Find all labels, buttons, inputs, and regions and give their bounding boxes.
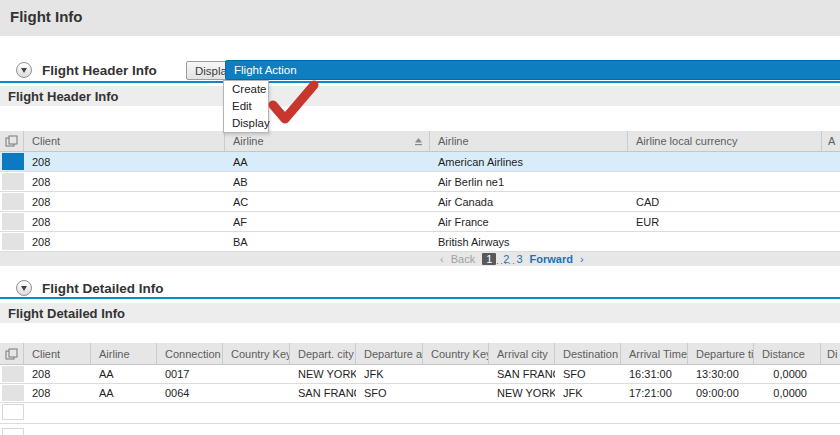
- column-header-distance[interactable]: Distance: [754, 343, 821, 364]
- cell-client: 208: [24, 212, 225, 231]
- chevron-down-icon: [21, 286, 27, 291]
- cell-distance: 0,0000: [754, 384, 821, 402]
- cell-client: 208: [24, 152, 225, 171]
- cell-country-key-arr: [423, 384, 489, 402]
- cell-currency: [628, 152, 822, 171]
- cell-arrival-city: SAN FRANC...: [489, 365, 555, 383]
- column-header-airline[interactable]: Airline: [91, 343, 157, 364]
- cell-currency: EUR: [628, 212, 822, 231]
- table-row[interactable]: 208 AF Air France EUR: [0, 212, 840, 232]
- table-row[interactable]: 208 BA British Airways: [0, 232, 840, 252]
- column-header-airline-code[interactable]: Airline: [225, 131, 430, 151]
- chevron-down-icon: [21, 68, 27, 73]
- table-row-empty[interactable]: [0, 403, 840, 424]
- column-header-country-key-arr[interactable]: Country Key: [423, 343, 489, 364]
- row-selector[interactable]: [0, 192, 24, 211]
- sort-ascending-icon: [414, 137, 423, 146]
- cell-airline-code: AF: [225, 212, 430, 231]
- table-row[interactable]: 208 AA 0064 SAN FRANC... SFO NEW YORK JF…: [0, 384, 840, 403]
- flight-info-app: Flight Info Flight Header Info Display F…: [0, 0, 840, 435]
- pagination-bar: ‹ Back 1 2 3 Forward ›: [0, 252, 840, 266]
- cell-arrival-time: 17:21:00: [621, 384, 688, 402]
- cell-arrival-time: 16:31:00: [621, 365, 688, 383]
- menu-item-create[interactable]: Create: [224, 81, 268, 98]
- menu-item-display[interactable]: Display: [224, 115, 268, 132]
- table-row[interactable]: 208 AA American Airlines: [0, 152, 840, 172]
- flight-action-button[interactable]: Flight Action: [225, 60, 840, 80]
- menu-item-edit[interactable]: Edit: [224, 98, 268, 115]
- page-3-link[interactable]: 3: [516, 253, 522, 265]
- header-table-title: Flight Header Info: [8, 89, 119, 104]
- cell-truncated: [821, 384, 840, 402]
- row-selector[interactable]: [0, 365, 24, 383]
- back-link[interactable]: Back: [451, 253, 475, 265]
- collapse-header-section-button[interactable]: [16, 62, 32, 78]
- cell-airline-code: BA: [225, 232, 430, 251]
- column-header-truncated[interactable]: Di: [821, 343, 840, 364]
- column-header-departure-airport[interactable]: Departure a...: [356, 343, 423, 364]
- select-all-icon: [5, 348, 18, 360]
- section-divider-rule: [0, 81, 840, 83]
- section-divider-rule: [0, 297, 840, 299]
- row-selector[interactable]: [0, 232, 24, 251]
- cell-distance: 0,0000: [754, 365, 821, 383]
- column-header-destination[interactable]: Destination ...: [555, 343, 621, 364]
- forward-link[interactable]: Forward: [530, 253, 573, 265]
- column-header-airline-name[interactable]: Airline: [430, 131, 628, 151]
- cell-departure-time: 09:00:00: [688, 384, 754, 402]
- select-all-cell[interactable]: [0, 131, 24, 151]
- cell-arrival-city: NEW YORK: [489, 384, 555, 402]
- forward-arrow-icon[interactable]: ›: [580, 253, 584, 265]
- column-header-truncated[interactable]: A: [822, 131, 840, 151]
- row-selector[interactable]: [0, 403, 24, 423]
- row-selector[interactable]: [0, 212, 24, 231]
- column-header-airline-local-currency[interactable]: Airline local currency: [628, 131, 822, 151]
- cell-client: 208: [24, 232, 225, 251]
- header-table-titlebar: Flight Header Info: [0, 86, 840, 106]
- column-header-connection[interactable]: Connection ...: [157, 343, 223, 364]
- column-header-country-key-dep[interactable]: Country Key: [223, 343, 290, 364]
- column-header-client[interactable]: Client: [24, 131, 225, 151]
- back-arrow-icon[interactable]: ‹: [440, 253, 444, 265]
- cell-country-key-dep: [223, 384, 290, 402]
- column-header-arrival-city[interactable]: Arrival city: [489, 343, 555, 364]
- detail-table-head-row: Client Airline Connection ... Country Ke…: [0, 343, 840, 365]
- cell-airline-name: Air Berlin ne1: [430, 172, 628, 191]
- column-header-departure-time[interactable]: Departure ti...: [688, 343, 754, 364]
- flight-action-menu[interactable]: Create Edit Display: [223, 80, 269, 133]
- collapse-detail-section-button[interactable]: [16, 280, 32, 296]
- header-table-head-row: Client Airline Airline Airline local cur…: [0, 131, 840, 152]
- cell-client: 208: [24, 384, 91, 402]
- column-header-client[interactable]: Client: [24, 343, 91, 364]
- cell-departure-airport: SFO: [356, 384, 423, 402]
- flight-action-label: Flight Action: [234, 64, 297, 76]
- detail-table-titlebar: Flight Detailed Info: [0, 303, 840, 323]
- table-row[interactable]: 208 AB Air Berlin ne1: [0, 172, 840, 192]
- cell-departure-time: 13:30:00: [688, 365, 754, 383]
- table-row[interactable]: 208 AA 0017 NEW YORK JFK SAN FRANC... SF…: [0, 365, 840, 384]
- cell-client: 208: [24, 365, 91, 383]
- top-bar: [0, 0, 840, 36]
- cell-currency: [628, 232, 822, 251]
- cell-country-key-dep: [223, 365, 290, 383]
- cell-destination: JFK: [555, 384, 621, 402]
- cell-connection: 0017: [157, 365, 223, 383]
- row-selector[interactable]: [0, 152, 24, 171]
- select-all-icon: [5, 135, 18, 147]
- column-header-arrival-time[interactable]: Arrival Time: [621, 343, 688, 364]
- row-selector[interactable]: [0, 427, 24, 435]
- cell-currency: [628, 172, 822, 191]
- resize-grip-handle[interactable]: ·····: [496, 259, 516, 267]
- table-row[interactable]: 208 AC Air Canada CAD: [0, 192, 840, 212]
- column-header-depart-city[interactable]: Depart. city: [290, 343, 356, 364]
- row-selector[interactable]: [0, 172, 24, 191]
- table-row-empty[interactable]: [0, 427, 840, 435]
- row-selector[interactable]: [0, 384, 24, 402]
- detail-table-title: Flight Detailed Info: [8, 306, 125, 321]
- cell-currency: CAD: [628, 192, 822, 211]
- cell-airline-name: American Airlines: [430, 152, 628, 171]
- page-1-current[interactable]: 1: [482, 253, 496, 265]
- select-all-cell[interactable]: [0, 343, 24, 364]
- cell-client: 208: [24, 172, 225, 191]
- cell-client: 208: [24, 192, 225, 211]
